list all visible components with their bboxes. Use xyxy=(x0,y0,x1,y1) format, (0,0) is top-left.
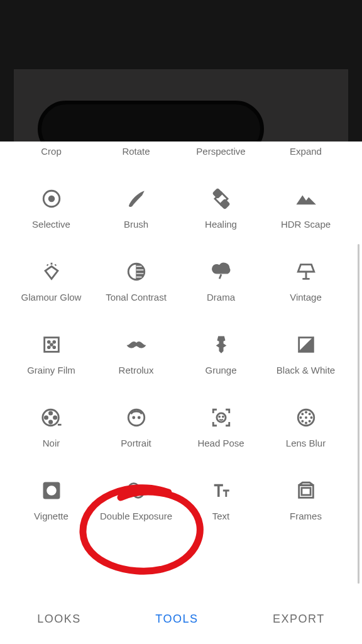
tool-label: Portrait xyxy=(121,438,151,449)
tool-vignette[interactable]: Vignette xyxy=(9,478,94,522)
frame-icon xyxy=(293,478,319,503)
tool-label: Brush xyxy=(124,219,148,230)
svg-point-19 xyxy=(133,416,134,418)
svg-point-8 xyxy=(53,341,55,343)
svg-rect-38 xyxy=(301,488,310,495)
tools-grid: Crop Rotate Perspective Expand Sel xyxy=(0,142,357,522)
svg-point-1 xyxy=(48,196,54,201)
tool-label: HDR Scape xyxy=(281,219,331,230)
tool-selective[interactable]: Selective xyxy=(9,186,94,230)
app-screen: Crop Rotate Perspective Expand Sel xyxy=(0,0,362,644)
vignette-icon xyxy=(39,478,64,503)
guitar-icon xyxy=(209,332,234,357)
lamp-icon xyxy=(293,259,319,284)
svg-point-31 xyxy=(302,420,304,422)
diamond-sparkle-icon xyxy=(39,259,64,284)
svg-point-30 xyxy=(309,413,310,415)
svg-point-22 xyxy=(219,416,220,417)
bottom-tab-bar: LOOKS TOOLS EXPORT xyxy=(0,594,362,644)
tool-portrait[interactable]: Portrait xyxy=(94,405,178,449)
tool-text[interactable]: Text xyxy=(178,478,263,522)
scrollbar[interactable] xyxy=(358,244,359,584)
svg-point-32 xyxy=(309,420,310,422)
svg-point-35 xyxy=(46,486,57,496)
tab-tools[interactable]: TOOLS xyxy=(155,613,198,626)
overlap-circles-icon xyxy=(124,478,149,503)
half-circle-icon xyxy=(124,259,149,284)
tool-label: Double Exposure xyxy=(100,511,172,522)
tool-label: Grainy Film xyxy=(27,365,75,376)
tab-export[interactable]: EXPORT xyxy=(273,613,325,626)
tool-tonal-contrast[interactable]: Tonal Contrast xyxy=(94,259,178,303)
film-dots-icon xyxy=(39,332,64,357)
tool-label: Vintage xyxy=(290,292,322,303)
tool-label: Noir xyxy=(43,438,60,449)
tool-label: Drama xyxy=(207,292,235,303)
tool-label: Lens Blur xyxy=(286,438,326,449)
svg-point-29 xyxy=(302,413,304,415)
tool-black-white[interactable]: Black & White xyxy=(263,332,348,376)
tool-label: Crop xyxy=(41,146,62,157)
mountains-icon xyxy=(293,186,319,211)
tab-looks[interactable]: LOOKS xyxy=(37,613,81,626)
tool-label: Frames xyxy=(290,511,322,522)
tool-label: Vignette xyxy=(34,511,69,522)
tool-label: Expand xyxy=(290,146,322,157)
tool-grainy-film[interactable]: Grainy Film xyxy=(9,332,94,376)
text-icon xyxy=(209,478,234,503)
tool-label: Retrolux xyxy=(119,365,154,376)
svg-point-28 xyxy=(310,417,312,419)
svg-point-17 xyxy=(48,420,52,424)
tool-label: Grunge xyxy=(205,365,236,376)
tool-label: Head Pose xyxy=(197,438,244,449)
tool-label: Perspective xyxy=(196,146,245,157)
tool-drama[interactable]: Drama xyxy=(178,259,263,303)
svg-point-33 xyxy=(305,417,307,419)
svg-point-25 xyxy=(305,411,307,413)
svg-point-7 xyxy=(47,341,50,343)
mustache-icon xyxy=(124,332,149,357)
face-detect-icon xyxy=(209,405,234,430)
tools-sheet: Crop Rotate Perspective Expand Sel xyxy=(0,142,362,644)
bandage-icon xyxy=(209,186,234,211)
svg-point-15 xyxy=(44,416,48,419)
target-icon xyxy=(39,186,64,211)
svg-point-14 xyxy=(48,411,52,415)
tool-healing[interactable]: Healing xyxy=(178,186,263,230)
tool-expand[interactable]: Expand xyxy=(263,142,348,157)
face-icon xyxy=(124,405,149,430)
dotted-circle-icon xyxy=(293,405,319,430)
svg-point-11 xyxy=(50,343,52,346)
cloud-bolt-icon xyxy=(209,259,234,284)
tool-hdr-scape[interactable]: HDR Scape xyxy=(263,186,348,230)
svg-point-9 xyxy=(47,346,50,348)
svg-point-10 xyxy=(53,346,55,348)
tool-label: Glamour Glow xyxy=(21,292,82,303)
tool-glamour-glow[interactable]: Glamour Glow xyxy=(9,259,94,303)
tools-scroll[interactable]: Crop Rotate Perspective Expand Sel xyxy=(0,142,357,594)
tool-double-exposure[interactable]: Double Exposure xyxy=(94,478,178,522)
tool-brush[interactable]: Brush xyxy=(94,186,178,230)
tool-grunge[interactable]: Grunge xyxy=(178,332,263,376)
tool-label: Black & White xyxy=(277,365,335,376)
tool-frames[interactable]: Frames xyxy=(263,478,348,522)
tool-label: Healing xyxy=(205,219,237,230)
svg-point-27 xyxy=(300,417,302,419)
tool-vintage[interactable]: Vintage xyxy=(263,259,348,303)
tool-label: Selective xyxy=(32,219,70,230)
bw-square-icon xyxy=(293,332,319,357)
brush-icon xyxy=(124,186,149,211)
tool-lens-blur[interactable]: Lens Blur xyxy=(263,405,348,449)
tool-head-pose[interactable]: Head Pose xyxy=(178,405,263,449)
tool-noir[interactable]: Noir xyxy=(9,405,94,449)
tool-label: Tonal Contrast xyxy=(106,292,167,303)
svg-point-16 xyxy=(53,416,57,419)
tool-rotate[interactable]: Rotate xyxy=(94,142,178,157)
svg-point-20 xyxy=(138,416,140,418)
tool-perspective[interactable]: Perspective xyxy=(178,142,263,157)
tool-retrolux[interactable]: Retrolux xyxy=(94,332,178,376)
svg-point-23 xyxy=(222,416,223,417)
svg-point-26 xyxy=(305,422,307,424)
tool-label: Text xyxy=(212,511,230,522)
tool-crop[interactable]: Crop xyxy=(9,142,94,157)
